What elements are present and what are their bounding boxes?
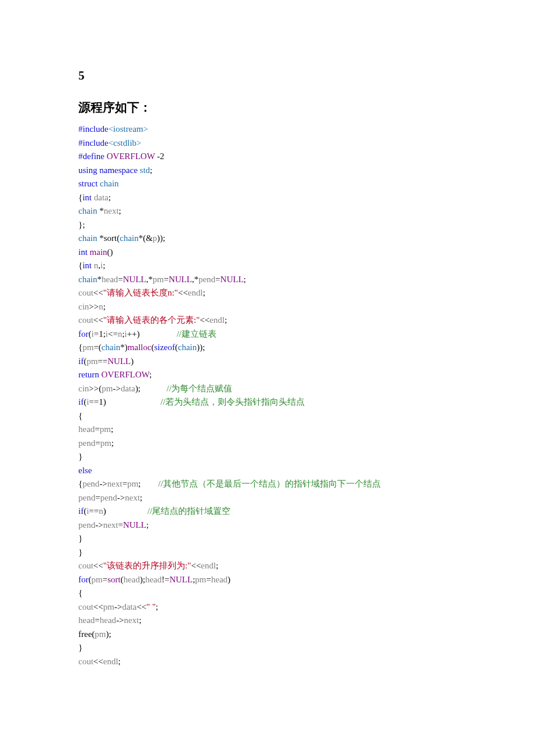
code-token: = xyxy=(95,438,100,448)
code-token: { xyxy=(78,588,82,597)
code-comment: //尾结点的指针域置空 xyxy=(147,506,230,516)
code-token: pm xyxy=(100,424,111,434)
code-token: int xyxy=(82,193,92,202)
code-token: chain xyxy=(78,206,99,215)
code-token: head xyxy=(100,615,116,625)
code-token: = xyxy=(95,424,99,434)
code-token: ); xyxy=(106,629,111,639)
code-token: <cstdlib> xyxy=(109,138,142,147)
code-token: ; xyxy=(139,615,141,625)
code-token: pm xyxy=(92,575,103,584)
code-token: = xyxy=(122,479,127,488)
code-token: head xyxy=(78,424,95,434)
code-token: chain xyxy=(120,233,138,243)
code-token: == xyxy=(89,506,99,516)
code-token: = xyxy=(118,275,122,284)
code-token: OVERFLOW xyxy=(107,152,155,161)
code-token: pm xyxy=(86,357,98,366)
code-token: chain xyxy=(78,275,97,284)
code-token: <= xyxy=(108,329,118,339)
code-token: << xyxy=(93,657,103,666)
code-token: free xyxy=(78,629,92,639)
code-token: pend xyxy=(78,520,95,530)
code-token: NULL xyxy=(107,357,131,366)
code-token: << xyxy=(93,315,103,325)
code-token: ; xyxy=(103,302,106,311)
code-token: pm xyxy=(102,384,113,393)
code-token: sizeof xyxy=(154,343,175,352)
code-token: ,* xyxy=(146,275,153,284)
code-token: cout xyxy=(78,561,93,570)
code-token: )); xyxy=(157,233,165,243)
code-token: NULL xyxy=(169,275,192,284)
code-token: namespace xyxy=(98,165,138,175)
code-comment: //其他节点（不是最后一个结点）的指针域指向下一个结点 xyxy=(158,479,380,488)
code-token: pend xyxy=(100,493,117,502)
code-token: chain xyxy=(102,343,120,352)
code-token: endl xyxy=(103,657,118,666)
code-token: head xyxy=(78,615,95,625)
code-token: chain xyxy=(78,233,99,243)
code-token: ; xyxy=(103,261,105,270)
code-token: chain xyxy=(98,179,118,188)
code-token: ; xyxy=(149,370,151,379)
code-token: ; xyxy=(146,520,149,530)
code-token: ; xyxy=(225,315,227,325)
code-token: ; xyxy=(118,657,121,666)
code-token: ) xyxy=(103,506,147,516)
code-token: " " xyxy=(146,602,156,611)
code-token: =1; xyxy=(94,329,106,339)
code-token: for xyxy=(78,575,89,584)
code-token: NULL xyxy=(123,520,146,530)
code-token: main xyxy=(88,247,107,257)
code-token: if xyxy=(78,357,84,366)
code-token: "请输入链表的各个元素:" xyxy=(103,315,200,325)
code-token: if xyxy=(78,506,84,516)
code-token: pend xyxy=(199,275,215,284)
code-comment: //若为头结点，则令头指针指向头结点 xyxy=(161,397,305,406)
code-token: for xyxy=(78,329,89,339)
code-token: = xyxy=(95,615,99,625)
code-token: pm xyxy=(153,275,164,284)
code-token: * xyxy=(97,275,102,284)
code-token: struct xyxy=(78,179,98,188)
code-token: ; xyxy=(138,479,158,488)
code-token: int xyxy=(82,261,92,270)
code-token: * xyxy=(99,206,104,215)
code-token: ; xyxy=(156,602,158,611)
code-token: << xyxy=(191,561,201,570)
code-token: cout xyxy=(78,315,93,325)
code-token: = xyxy=(206,575,211,584)
code-token: #include xyxy=(78,124,109,134)
code-token: "请输入链表长度n:" xyxy=(103,288,178,297)
code-token: endl xyxy=(210,315,225,325)
code-token: "该链表的升序排列为:" xyxy=(103,561,191,570)
code-token: ; xyxy=(244,275,246,284)
code-token: { xyxy=(78,411,82,420)
code-token: pm xyxy=(82,343,93,352)
code-token: n xyxy=(99,506,103,516)
code-token: <iostream> xyxy=(109,124,149,134)
code-token: return xyxy=(78,370,99,379)
code-token: using xyxy=(78,165,98,175)
code-token: n xyxy=(92,261,98,270)
code-token: OVERFLOW xyxy=(99,370,150,379)
code-token: -> xyxy=(113,384,120,393)
heading-title: 源程序如下： xyxy=(78,99,459,116)
code-token: -> xyxy=(99,479,107,488)
code-token: ; xyxy=(216,561,218,570)
code-token: pend xyxy=(78,493,95,502)
code-token: ) xyxy=(131,357,134,366)
code-token: cout xyxy=(78,657,93,666)
code-token: endl xyxy=(201,561,216,570)
code-token: =( xyxy=(93,343,101,352)
code-token: pm xyxy=(103,602,114,611)
code-token: head xyxy=(145,575,161,584)
code-token: NULL xyxy=(123,275,146,284)
code-token: -> xyxy=(117,493,125,502)
code-token: -2 xyxy=(155,152,164,161)
code-token: = xyxy=(215,275,220,284)
heading-number: 5 xyxy=(78,69,459,83)
code-token: -> xyxy=(95,520,103,530)
code-token: int xyxy=(78,247,88,257)
